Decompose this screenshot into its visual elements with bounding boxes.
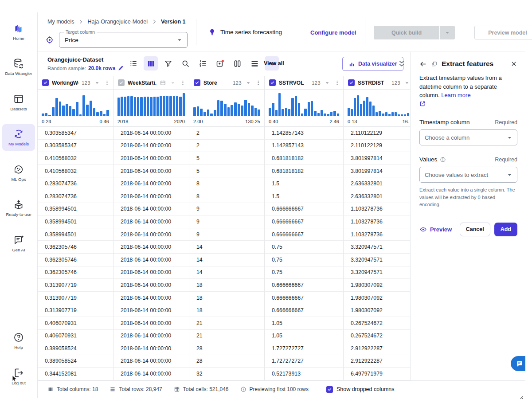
configure-model-link[interactable]: Configure model <box>310 29 356 36</box>
table-cell: 3.801997814 <box>344 165 410 178</box>
app-window: HomeData WranglerDatasetsMy ModelsML Ops… <box>0 0 532 415</box>
column-header-weekstarti[interactable]: WeekStarti... <box>113 76 189 90</box>
column-checkbox[interactable] <box>269 79 276 86</box>
column-type-badge: 123 <box>312 80 321 86</box>
column-checkbox[interactable] <box>194 79 200 86</box>
info-icon[interactable] <box>440 157 446 163</box>
stack-icon <box>431 61 438 67</box>
histogram-row: 0.240.46201820202.00130.250.402.460.1316… <box>38 90 410 127</box>
column-header-workingwo[interactable]: WorkingWo...123 <box>38 76 113 90</box>
view-all-link[interactable]: View all <box>264 60 284 67</box>
preview-button[interactable]: Preview <box>419 226 452 233</box>
sidebar-item-ready-to-use[interactable]: Ready-to-use <box>2 195 35 221</box>
toolbar-column-view-button[interactable] <box>144 56 158 70</box>
column-header-sstrvol[interactable]: SSTRVOL123 <box>265 76 344 90</box>
caret-down-icon[interactable] <box>169 79 176 86</box>
sidebar-item-label: My Models <box>8 142 29 146</box>
learn-more-link[interactable]: Learn more <box>441 92 470 98</box>
histogram-bar <box>241 106 243 116</box>
kebab-icon[interactable] <box>255 79 262 86</box>
preview-model-button[interactable]: Preview model <box>474 26 532 39</box>
sidebar-item-data-wrangler[interactable]: Data Wrangler <box>2 54 35 80</box>
histogram-bar <box>244 100 247 116</box>
external-link-icon[interactable] <box>419 101 426 107</box>
histogram-min-label: 0.24 <box>42 119 51 124</box>
table-cell: 2018-06-14 00:00:00 <box>113 292 189 305</box>
sidebar-item-gen-ai[interactable]: Gen AI <box>2 230 35 256</box>
table-cell: 8 <box>189 177 265 190</box>
column-checkbox[interactable] <box>118 79 125 86</box>
table-cell: 1.5 <box>265 190 344 203</box>
show-dropped-checkbox[interactable] <box>326 386 333 393</box>
resize-handle[interactable] <box>518 394 524 400</box>
timestamp-column-placeholder: Choose a column <box>425 134 506 141</box>
histogram-bar <box>337 114 339 116</box>
model-header: My models Haja-Orangejuice-Model Version… <box>38 12 525 51</box>
sidebar-item-label: Ready-to-use <box>6 212 31 217</box>
histogram-bar <box>163 96 165 116</box>
toolbar-row-density-button[interactable] <box>247 56 262 70</box>
sidebar-item-log-out[interactable]: Log out <box>2 363 35 389</box>
histogram-bar <box>76 102 78 116</box>
sidebar-item-label: Help <box>14 345 23 350</box>
histogram-bar <box>333 111 336 116</box>
toolbar-numbered-list-button[interactable] <box>196 56 210 70</box>
histogram-bar <box>357 95 359 116</box>
sidebar-item-my-models[interactable]: My Models <box>2 124 35 150</box>
column-checkbox[interactable] <box>42 79 49 86</box>
target-column-select[interactable]: Target column Price <box>59 32 188 48</box>
kebab-icon[interactable] <box>180 79 186 86</box>
breadcrumb-model-name[interactable]: Haja-Orangejuice-Model <box>87 19 147 25</box>
sidebar-item-help[interactable]: Help <box>2 328 35 354</box>
add-button[interactable]: Add <box>494 223 517 236</box>
histogram-bar <box>301 114 303 116</box>
kebab-icon[interactable] <box>334 79 340 86</box>
toolbar-search-button[interactable] <box>178 56 192 70</box>
table-cell: 2.912922287 <box>344 355 410 368</box>
caret-down-icon[interactable] <box>245 79 252 86</box>
row-density-icon <box>250 59 259 68</box>
model-type-label: Time series forecasting <box>220 29 282 35</box>
values-select[interactable]: Choose values to extract <box>419 167 517 183</box>
table-cell: 2018-06-14 00:00:00 <box>113 203 189 216</box>
column-name: Store <box>203 80 230 86</box>
eye-icon <box>419 226 427 233</box>
sidebar-item-label: Data Wrangler <box>5 71 32 76</box>
column-checkbox[interactable] <box>348 79 355 86</box>
quick-build-button[interactable]: Quick build <box>374 26 455 39</box>
histogram-bar <box>210 114 213 116</box>
toolbar-annotation-badge-button[interactable] <box>213 56 227 70</box>
histogram-max-label: 0.46 <box>100 119 109 124</box>
breadcrumb-my-models[interactable]: My models <box>47 19 74 25</box>
timestamp-column-select[interactable]: Choose a column <box>419 129 517 145</box>
cancel-button[interactable]: Cancel <box>460 223 490 236</box>
sample-rows-link[interactable]: 20.0k rows <box>88 65 115 71</box>
table-row: 0.2830747362018-06-14 00:00:0081.52.6363… <box>38 190 410 203</box>
close-icon[interactable] <box>510 60 517 67</box>
histogram-bar <box>214 110 216 116</box>
sidebar-item-datasets[interactable]: Datasets <box>2 89 35 115</box>
data-visualizer-button[interactable]: Data visualizer <box>342 57 403 71</box>
histogram-bar <box>224 104 227 116</box>
target-column-value: Price <box>59 37 176 43</box>
back-arrow-icon[interactable] <box>419 60 427 68</box>
toolbar-compare-columns-button[interactable] <box>230 56 244 70</box>
caret-down-icon[interactable] <box>403 79 410 86</box>
show-dropped-columns-toggle[interactable]: Show dropped columns <box>326 386 395 393</box>
table-cell: 8 <box>189 190 265 203</box>
toolbar-list-view-button[interactable] <box>126 56 141 70</box>
caret-down-icon[interactable] <box>94 79 101 86</box>
sidebar-item-home[interactable]: Home <box>2 19 35 45</box>
collapse-double-chevron-icon[interactable] <box>397 59 407 69</box>
table-cell: 0.406070931 <box>38 317 113 330</box>
column-header-store[interactable]: Store123 <box>189 76 265 90</box>
chat-widget-button[interactable] <box>511 356 525 371</box>
table-cell: 2018-06-14 00:00:00 <box>113 368 189 380</box>
quick-build-caret[interactable] <box>440 26 455 39</box>
column-header-sstrdist[interactable]: SSTRDIST123 <box>344 76 410 90</box>
kebab-icon[interactable] <box>104 79 110 86</box>
toolbar-filter-button[interactable] <box>161 56 175 70</box>
sidebar-item-ml-ops[interactable]: ML Ops <box>2 160 35 186</box>
edit-pencil-icon[interactable] <box>117 65 124 71</box>
caret-down-icon[interactable] <box>324 79 331 86</box>
